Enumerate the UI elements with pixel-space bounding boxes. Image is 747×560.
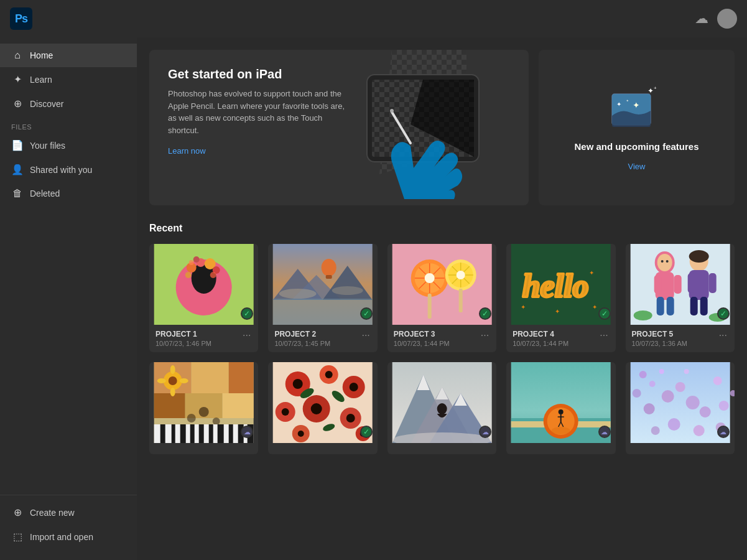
- svg-text:✦: ✦: [616, 101, 621, 108]
- projects-grid-row1: ✓ PROJECT 1 10/07/23, 1:46 PM ···: [149, 244, 735, 352]
- svg-point-7: [390, 109, 394, 113]
- svg-point-141: [552, 427, 570, 434]
- svg-point-102: [169, 376, 177, 385]
- project-menu-3[interactable]: ···: [480, 330, 490, 341]
- project-thumb-4: hello hello ✦ ✦ ✦ ✦ ✓: [506, 244, 615, 325]
- project-card-10[interactable]: ☁: [626, 362, 735, 454]
- sidebar-item-discover[interactable]: ⊕ Discover: [0, 91, 137, 116]
- svg-point-164: [730, 390, 735, 396]
- project-date-3: 10/07/23, 1:44 PM: [394, 340, 450, 347]
- project-thumb-8: ☁: [387, 362, 496, 443]
- files-section-label: FILES: [0, 116, 137, 133]
- file-icon: 📄: [11, 139, 24, 151]
- sidebar-item-home[interactable]: ⌂ Home: [0, 44, 137, 67]
- import-open-label: Import and open: [30, 532, 93, 542]
- sidebar-home-label: Home: [30, 50, 53, 60]
- svg-point-111: [325, 371, 333, 378]
- sidebar: ⌂ Home ✦ Learn ⊕ Discover FILES 📄 Your f…: [0, 37, 137, 560]
- ps-logo: Ps: [10, 7, 32, 30]
- svg-rect-95: [199, 424, 204, 443]
- svg-point-157: [699, 406, 710, 418]
- svg-rect-96: [209, 424, 213, 443]
- svg-rect-51: [458, 289, 462, 312]
- ipad-illustration: [330, 62, 516, 199]
- project-menu-5[interactable]: ···: [718, 330, 728, 341]
- svg-point-24: [189, 260, 194, 265]
- svg-point-22: [185, 272, 192, 278]
- svg-rect-73: [690, 297, 697, 315]
- project-card-8[interactable]: ☁: [387, 362, 496, 454]
- sidebar-item-deleted[interactable]: 🗑 Deleted: [0, 182, 137, 205]
- svg-point-153: [675, 382, 685, 392]
- project-card-9[interactable]: ☁: [506, 362, 615, 454]
- project-card-7[interactable]: ✓: [268, 362, 377, 454]
- banner-view-link[interactable]: View: [628, 162, 646, 171]
- home-icon: ⌂: [11, 50, 24, 61]
- sidebar-nav: ⌂ Home ✦ Learn ⊕ Discover FILES 📄 Your f…: [0, 44, 137, 495]
- svg-point-78: [633, 310, 652, 320]
- sidebar-item-learn[interactable]: ✦ Learn: [0, 67, 137, 91]
- banner-learn-now-link[interactable]: Learn now: [168, 146, 206, 156]
- svg-point-25: [210, 272, 216, 278]
- sidebar-create-new[interactable]: ⊕ Create new: [0, 500, 137, 525]
- project-menu-4[interactable]: ···: [598, 330, 609, 341]
- svg-point-161: [693, 425, 704, 436]
- svg-point-87: [199, 407, 209, 417]
- sync-badge-2: ✓: [360, 307, 373, 320]
- project-menu-2[interactable]: ···: [360, 330, 371, 341]
- svg-point-34: [332, 286, 363, 295]
- project-meta-5: PROJECT 5 10/07/23, 1:36 AM: [632, 330, 687, 347]
- project-thumb-10: ☁: [626, 362, 735, 443]
- sidebar-import-open[interactable]: ⬚ Import and open: [0, 525, 137, 549]
- project-meta-4: PROJECT 4 10/07/23, 1:44 PM: [513, 330, 568, 347]
- svg-point-148: [639, 371, 646, 378]
- project-card-3[interactable]: ✓ PROJECT 3 10/07/23, 1:44 PM ···: [387, 244, 496, 352]
- svg-point-149: [649, 381, 655, 387]
- svg-point-42: [424, 273, 434, 283]
- project-info-2: PROJECT 2 10/07/23, 1:45 PM ···: [268, 325, 377, 352]
- svg-point-154: [643, 403, 654, 414]
- sidebar-bottom: ⊕ Create new ⬚ Import and open: [0, 495, 137, 554]
- svg-point-109: [293, 379, 303, 389]
- project-card-4[interactable]: hello hello ✦ ✦ ✦ ✦ ✓ PROJECT 4: [506, 244, 615, 352]
- svg-point-158: [718, 401, 728, 411]
- sidebar-item-your-files[interactable]: 📄 Your files: [0, 133, 137, 157]
- recent-section: Recent: [149, 223, 735, 454]
- project-menu-1[interactable]: ···: [241, 330, 252, 341]
- svg-point-104: [170, 388, 175, 396]
- sync-badge-7: ✓: [360, 426, 373, 438]
- project-date-1: 10/07/23, 1:46 PM: [155, 340, 211, 347]
- project-thumb-3: ✓: [387, 244, 496, 325]
- svg-text:✦: ✦: [589, 269, 594, 276]
- sidebar-your-files-label: Your files: [30, 141, 65, 151]
- svg-point-119: [346, 414, 355, 422]
- svg-rect-71: [687, 273, 695, 293]
- svg-point-159: [667, 418, 680, 431]
- project-thumb-2: ✓: [268, 244, 377, 325]
- project-card-1[interactable]: ✓ PROJECT 1 10/07/23, 1:46 PM ···: [149, 244, 258, 352]
- project-card-5[interactable]: ✓ PROJECT 5 10/07/23, 1:36 AM ···: [626, 244, 735, 352]
- project-info-5: PROJECT 5 10/07/23, 1:36 AM ···: [626, 325, 735, 352]
- project-info-3: PROJECT 3 10/07/23, 1:44 PM ···: [387, 325, 496, 352]
- banners: Get started on iPad Photoshop has evolve…: [149, 50, 735, 205]
- project-info-4: PROJECT 4 10/07/23, 1:44 PM ···: [506, 325, 615, 352]
- svg-point-103: [170, 365, 175, 374]
- feature-icon: ✦ + ✦ ⭒ ✦: [609, 85, 665, 131]
- project-name-3: PROJECT 3: [394, 330, 450, 338]
- cloud-badge-10: ☁: [717, 426, 730, 438]
- project-info-10: [626, 443, 735, 454]
- project-card-6[interactable]: ☁: [149, 362, 258, 454]
- project-thumb-1: ✓: [149, 244, 258, 325]
- project-card-2[interactable]: ✓ PROJECT 2 10/07/23, 1:45 PM ···: [268, 244, 377, 352]
- svg-point-156: [713, 376, 721, 385]
- content-area: Get started on iPad Photoshop has evolve…: [137, 37, 747, 560]
- banner-main: Get started on iPad Photoshop has evolve…: [149, 50, 529, 205]
- svg-text:✦: ✦: [633, 100, 640, 110]
- shared-icon: 👤: [11, 164, 24, 175]
- project-name-1: PROJECT 1: [155, 330, 211, 338]
- svg-point-88: [213, 418, 220, 425]
- user-avatar[interactable]: [717, 9, 737, 29]
- sidebar-item-shared[interactable]: 👤 Shared with you: [0, 157, 137, 182]
- project-thumb-6: ☁: [149, 362, 258, 443]
- cloud-sync-icon[interactable]: ☁: [695, 11, 708, 27]
